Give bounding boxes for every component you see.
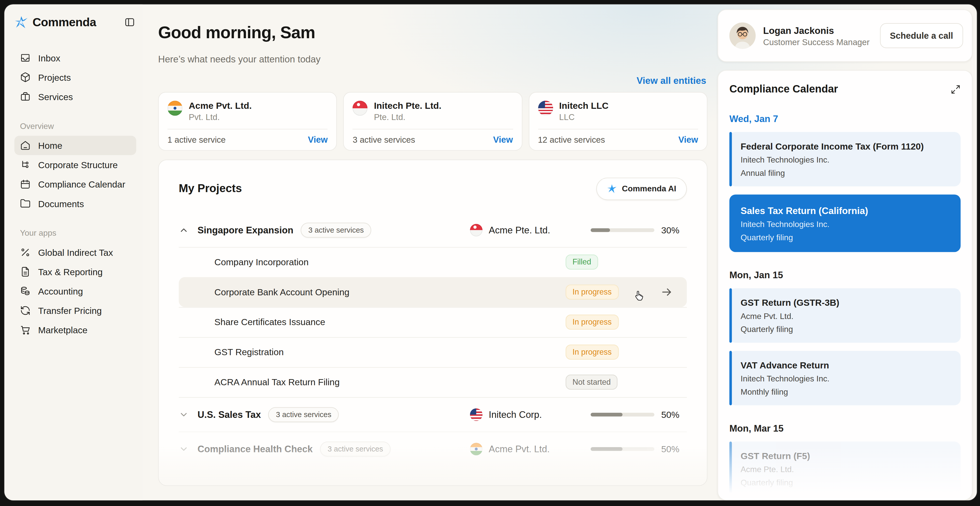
ai-button-label: Commenda AI (622, 184, 676, 193)
us-flag-icon (470, 409, 482, 421)
calendar-item-title: Federal Corporate Income Tax (Form 1120) (741, 141, 952, 151)
calendar-date: Wed, Jan 7 (729, 113, 961, 124)
sidebar-item-home[interactable]: Home (14, 136, 136, 155)
calendar-item-title: Sales Tax Return (California) (741, 205, 952, 216)
sidebar-item-label: Home (38, 140, 62, 150)
sidebar-item-transfer-pricing[interactable]: Transfer Pricing (14, 301, 136, 320)
sidebar-item-label: Documents (38, 198, 84, 208)
project-name: U.S. Sales Tax (197, 409, 261, 420)
calendar-item-entity: Acme Pte. Ltd. (741, 465, 952, 474)
sidebar-item-label: Services (38, 92, 73, 102)
status-badge: Not started (566, 375, 618, 390)
progress-fill (591, 413, 622, 417)
sidebar-item-label: Transfer Pricing (38, 305, 102, 315)
project-entity: Initech Corp. (489, 409, 542, 420)
calendar-item-sales-tax-california[interactable]: Sales Tax Return (California) Initech Te… (729, 195, 961, 252)
calendar-item-frequency: Annual filing (741, 168, 952, 177)
progress-percent: 30% (661, 225, 679, 235)
entity-card-initech-pte[interactable]: Initech Pte. Ltd. Pte. Ltd. 3 active ser… (343, 92, 522, 151)
task-name: ACRA Annual Tax Return Filing (215, 377, 340, 387)
commenda-ai-button[interactable]: Commenda AI (596, 177, 687, 200)
briefcase-icon (20, 91, 31, 102)
entity-name: Initech Pte. Ltd. (374, 101, 442, 110)
sidebar-item-projects[interactable]: Projects (14, 67, 136, 87)
calendar-date: Mon, Jan 15 (729, 270, 961, 280)
screenshot-stage: Commenda Inbox Projects Services Overvie… (0, 0, 980, 506)
progress-fill (591, 228, 610, 232)
sidebar-item-tax-reporting[interactable]: Tax & Reporting (14, 262, 136, 281)
project-group-us-sales-tax[interactable]: U.S. Sales Tax 3 active services Initech… (179, 397, 687, 432)
calendar-item-title: VAT Advance Return (741, 360, 952, 370)
project-name: Compliance Health Check (197, 444, 313, 454)
view-entity-link[interactable]: View (678, 134, 698, 144)
project-group-singapore-expansion[interactable]: Singapore Expansion 3 active services Ac… (179, 213, 687, 247)
apps-section-label: Your apps (20, 228, 137, 238)
entity-type: Pvt. Ltd. (189, 113, 251, 122)
task-row-acra-annual-tax-return[interactable]: ACRA Annual Tax Return Filing Not starte… (179, 367, 687, 397)
sidebar-item-global-indirect-tax[interactable]: Global Indirect Tax (14, 243, 136, 262)
progress-percent: 50% (661, 444, 679, 454)
progress-bar (591, 447, 654, 451)
singapore-flag-icon (470, 224, 482, 236)
sidebar-item-label: Inbox (38, 53, 60, 63)
chevron-down-icon[interactable] (179, 444, 194, 454)
mouse-cursor-icon (632, 290, 645, 304)
inbox-icon (20, 53, 31, 63)
view-entity-link[interactable]: View (308, 134, 328, 144)
sidebar-item-compliance-calendar[interactable]: Compliance Calendar (14, 174, 136, 194)
sidebar-item-marketplace[interactable]: Marketplace (14, 320, 136, 340)
logo-text: Commenda (33, 16, 96, 29)
us-flag-icon (538, 101, 553, 116)
app-window: Commenda Inbox Projects Services Overvie… (4, 4, 977, 500)
expand-icon[interactable] (951, 85, 961, 94)
active-services-badge: 3 active services (268, 407, 339, 422)
task-row-gst-registration[interactable]: GST Registration In progress (179, 337, 687, 367)
entity-type: LLC (559, 113, 609, 122)
task-row-corporate-bank-account-opening[interactable]: Corporate Bank Account Opening In progre… (179, 277, 687, 307)
arrow-right-icon[interactable] (661, 286, 673, 298)
entity-card-initech-llc[interactable]: Initech LLC LLC 12 active services View (528, 92, 708, 151)
entity-type: Pte. Ltd. (374, 113, 442, 122)
percent-icon (20, 247, 31, 258)
chevron-down-icon[interactable] (179, 410, 194, 420)
view-entity-link[interactable]: View (493, 134, 513, 144)
view-all-entities-link[interactable]: View all entities (636, 75, 706, 86)
calendar-item-gstr-3b[interactable]: GST Return (GSTR-3B) Acme Pvt. Ltd. Quar… (729, 289, 961, 343)
schedule-call-button[interactable]: Schedule a call (880, 23, 963, 48)
sidebar-item-documents[interactable]: Documents (14, 194, 136, 213)
chevron-up-icon[interactable] (179, 225, 194, 235)
sidebar-item-inbox[interactable]: Inbox (14, 48, 136, 67)
sidebar-item-label: Tax & Reporting (38, 267, 103, 277)
commenda-logo-icon (14, 16, 28, 29)
project-group-compliance-health-check[interactable]: Compliance Health Check 3 active service… (179, 432, 687, 466)
home-icon (20, 140, 31, 151)
status-badge: Filled (566, 255, 598, 270)
calendar-item-title: GST Return (GSTR-3B) (741, 298, 952, 308)
task-row-company-incorporation[interactable]: Company Incorporation Filled (179, 247, 687, 277)
task-row-share-certificates-issuance[interactable]: Share Certificates Issuance In progress (179, 307, 687, 337)
page-title: Good morning, Sam (158, 23, 708, 43)
calendar-item-frequency: Quarterly filing (741, 233, 952, 242)
active-services-count: 3 active services (353, 135, 415, 144)
advisor-role: Customer Success Manager (763, 37, 870, 46)
right-panel: Logan Jackonis Customer Success Manager … (716, 4, 977, 500)
calendar-item-title: GST Return (F5) (741, 451, 952, 461)
org-tree-icon (20, 160, 31, 170)
entity-card-acme-pvt[interactable]: Acme Pvt. Ltd. Pvt. Ltd. 1 active servic… (158, 92, 337, 151)
sidebar-item-label: Projects (38, 72, 71, 82)
calendar-item-form-1120[interactable]: Federal Corporate Income Tax (Form 1120)… (729, 132, 961, 187)
task-name: Company Incorporation (215, 257, 309, 267)
task-name: Share Certificates Issuance (215, 318, 325, 327)
calendar-item-vat-advance-return[interactable]: VAT Advance Return Initech Technologies … (729, 351, 961, 405)
calendar-item-gst-return-f5[interactable]: GST Return (F5) Acme Pte. Ltd. Quarterly… (729, 442, 961, 496)
sidebar-item-services[interactable]: Services (14, 87, 136, 106)
progress-bar (591, 413, 654, 417)
ai-spark-icon (607, 184, 617, 193)
projects-title: My Projects (179, 182, 242, 195)
calendar-item-entity: Initech Technologies Inc. (741, 374, 952, 383)
coins-icon (20, 286, 31, 297)
sidebar-toggle-icon[interactable] (124, 17, 135, 27)
sidebar-item-accounting[interactable]: Accounting (14, 281, 136, 301)
sidebar-item-corporate-structure[interactable]: Corporate Structure (14, 155, 136, 174)
compliance-calendar-panel: Compliance Calendar Wed, Jan 7 Federal C… (718, 70, 973, 500)
